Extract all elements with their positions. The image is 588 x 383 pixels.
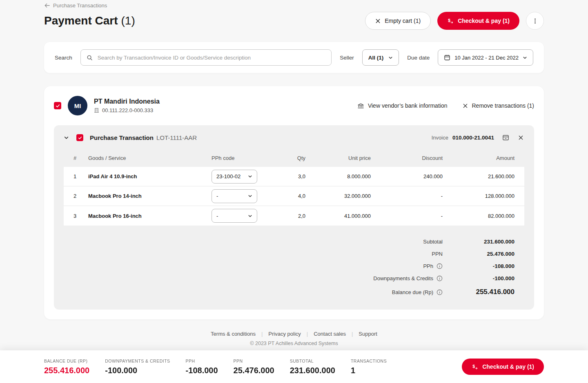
footer-link-terms[interactable]: Terms & conditions bbox=[211, 331, 256, 337]
pph-code-value: - bbox=[216, 213, 218, 219]
footer-link-contact[interactable]: Contact sales bbox=[314, 331, 346, 337]
summary-ppn: PPN 25.476.000 bbox=[234, 359, 274, 375]
downpayments-label: Downpayments & Credits bbox=[373, 275, 433, 281]
header-num: # bbox=[64, 155, 88, 161]
row-discount: - bbox=[371, 193, 443, 199]
balance-due-value: 255.416.000 bbox=[443, 288, 524, 296]
pph-label: PPh bbox=[423, 263, 433, 269]
header-unit-price: Unit price bbox=[305, 155, 371, 161]
view-bank-info-link[interactable]: View vendor’s bank information bbox=[357, 102, 448, 109]
chevron-down-icon bbox=[248, 174, 252, 179]
vendor-checkbox[interactable] bbox=[54, 102, 61, 109]
total-row-downpayments: Downpayments & Credits -100.000 bbox=[64, 272, 524, 284]
summary-transactions: TRANSACTIONS 1 bbox=[351, 359, 387, 375]
search-label: Search bbox=[55, 55, 72, 61]
pph-code-select[interactable]: - bbox=[212, 189, 257, 203]
remove-transactions-link[interactable]: Remove transactions (1) bbox=[463, 102, 534, 109]
summary-label: DOWNPAYMENTS & CREDITS bbox=[105, 359, 170, 363]
invoice-archive-icon[interactable] bbox=[501, 134, 510, 142]
due-date-value: 10 Jan 2022 - 21 Dec 2022 bbox=[454, 55, 519, 61]
empty-cart-label: Empty cart (1) bbox=[385, 18, 421, 24]
pph-code-value: - bbox=[216, 193, 218, 199]
summary-label: PPH bbox=[186, 359, 218, 363]
row-goods: iPad Air 4 10.9-inch bbox=[88, 173, 212, 179]
cart-card: MI PT Mandiri Indonesia 00.111.222.0-000… bbox=[44, 86, 544, 319]
info-icon[interactable] bbox=[437, 275, 443, 281]
downpayments-value: -100.000 bbox=[443, 275, 524, 281]
vendor-info: PT Mandiri Indonesia 00.111.222.0-000.33… bbox=[94, 98, 160, 113]
summary-label: SUBTOTAL bbox=[290, 359, 335, 363]
info-icon[interactable] bbox=[437, 263, 443, 269]
back-link[interactable]: Purchase Transactions bbox=[44, 2, 107, 9]
header-amount: Amount bbox=[443, 155, 524, 161]
table-body: 1 iPad Air 4 10.9-inch 23-100-02 3,0 8. bbox=[64, 167, 524, 226]
pph-code-select[interactable]: 23-100-02 bbox=[212, 170, 257, 184]
vendor-name: PT Mandiri Indonesia bbox=[94, 98, 160, 105]
row-goods: Macbook Pro 14-inch bbox=[88, 193, 212, 199]
summary-value: -108.000 bbox=[186, 366, 218, 375]
summary-value: -100.000 bbox=[105, 366, 170, 375]
table-row: 1 iPad Air 4 10.9-inch 23-100-02 3,0 8. bbox=[64, 167, 524, 186]
search-icon bbox=[87, 55, 93, 61]
row-unit-price: 41.000.000 bbox=[305, 213, 371, 219]
remove-transaction-icon[interactable] bbox=[517, 134, 524, 141]
ppn-value: 25.476.000 bbox=[443, 251, 524, 257]
pay-icon: $ bbox=[472, 363, 478, 370]
summary-downpayments: DOWNPAYMENTS & CREDITS -100.000 bbox=[105, 359, 170, 375]
checkout-pay-button[interactable]: $ Checkout & pay (1) bbox=[437, 12, 519, 30]
payment-cart-page: Purchase Transactions Payment Cart (1) E… bbox=[44, 0, 544, 346]
bottom-summary-bar: BALANCE DUE (RP) 255.416.000 DOWNPAYMENT… bbox=[0, 350, 588, 383]
view-bank-info-label: View vendor’s bank information bbox=[368, 102, 448, 109]
page-title: Payment Cart (1) bbox=[44, 14, 135, 27]
transaction-checkbox[interactable] bbox=[76, 134, 83, 141]
row-amount: 128.000.000 bbox=[443, 193, 524, 199]
site-footer: Terms & conditions | Privacy policy | Co… bbox=[44, 331, 544, 346]
total-row-balance-due: Balance due (Rp) 255.416.000 bbox=[64, 284, 524, 300]
title-row: Payment Cart (1) Empty cart (1) $ Checko… bbox=[44, 12, 544, 30]
svg-text:$: $ bbox=[473, 364, 475, 369]
checkout-pay-button-bottom[interactable]: $ Checkout & pay (1) bbox=[462, 359, 544, 375]
summary-value: 231.600.000 bbox=[290, 366, 335, 375]
more-options-button[interactable] bbox=[526, 12, 544, 30]
transaction-header-right: Invoice 010.000-21.0041 bbox=[432, 134, 524, 142]
seller-select[interactable]: All (1) bbox=[362, 49, 399, 66]
header-qty: Qty bbox=[269, 155, 305, 161]
pph-code-value: 23-100-02 bbox=[216, 173, 241, 179]
seller-select-value: All (1) bbox=[368, 55, 384, 61]
pph-code-select[interactable]: - bbox=[212, 209, 257, 223]
header-discount: Discount bbox=[371, 155, 443, 161]
due-date-picker[interactable]: 10 Jan 2022 - 21 Dec 2022 bbox=[438, 49, 533, 66]
close-icon bbox=[375, 18, 381, 24]
summary-label: TRANSACTIONS bbox=[351, 359, 387, 363]
footer-link-privacy[interactable]: Privacy policy bbox=[268, 331, 301, 337]
vendor-actions: View vendor’s bank information Remove tr… bbox=[357, 102, 534, 109]
close-icon bbox=[463, 103, 468, 108]
transaction-id: LOT-1111-AAR bbox=[156, 134, 197, 141]
row-goods: Macbook Pro 16-inch bbox=[88, 213, 212, 219]
checkout-pay-label: Checkout & pay (1) bbox=[482, 363, 534, 370]
empty-cart-button[interactable]: Empty cart (1) bbox=[365, 12, 431, 30]
row-discount: - bbox=[371, 213, 443, 219]
info-icon[interactable] bbox=[437, 289, 443, 295]
chevron-down-icon bbox=[388, 55, 393, 60]
row-qty: 4,0 bbox=[269, 193, 305, 199]
row-amount: 82.000.000 bbox=[443, 213, 524, 219]
pay-icon: $ bbox=[447, 18, 454, 24]
footer-link-support[interactable]: Support bbox=[359, 331, 377, 337]
summary-value: 255.416.000 bbox=[44, 366, 89, 375]
summary-balance-due: BALANCE DUE (RP) 255.416.000 bbox=[44, 359, 89, 375]
calendar-icon bbox=[444, 54, 450, 61]
collapse-chevron-icon[interactable] bbox=[64, 135, 69, 140]
balance-due-label: Balance due (Rp) bbox=[392, 289, 433, 295]
transaction-card: Purchase Transaction LOT-1111-AAR Invoic… bbox=[54, 125, 534, 310]
search-box bbox=[80, 49, 332, 66]
subtotal-value: 231.600.000 bbox=[443, 239, 524, 245]
summary-subtotal: SUBTOTAL 231.600.000 bbox=[290, 359, 335, 375]
remove-transactions-label: Remove transactions (1) bbox=[472, 102, 534, 109]
page-title-text: Payment Cart bbox=[44, 14, 118, 27]
search-input[interactable] bbox=[97, 54, 326, 61]
back-link-label: Purchase Transactions bbox=[53, 2, 107, 9]
row-num: 3 bbox=[64, 213, 88, 219]
chevron-down-icon bbox=[248, 194, 252, 198]
ppn-label: PPN bbox=[432, 251, 443, 257]
